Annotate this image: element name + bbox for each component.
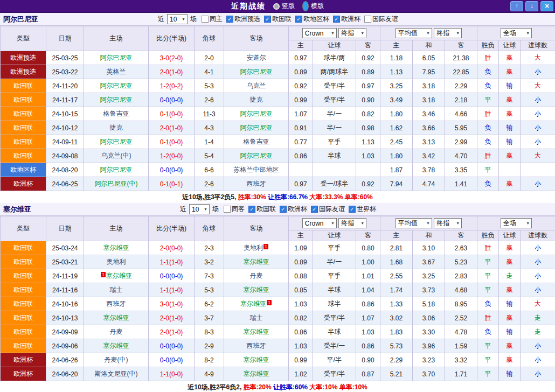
home-team-link[interactable]: 阿尔巴尼亚	[100, 82, 133, 89]
team-label: 丹麦(中)	[105, 356, 128, 363]
home-team-link[interactable]: 阿尔巴尼亚	[100, 54, 133, 61]
asian-stage-select[interactable]: 终指▼	[338, 218, 366, 228]
checked-checkbox-icon[interactable]: ✓	[311, 206, 318, 213]
home-team-link[interactable]: 塞尔维亚	[103, 314, 129, 321]
filter-option[interactable]: ✓欧国联	[264, 15, 292, 24]
team-label: 瑞士	[110, 286, 123, 293]
away-team-link[interactable]: 西班牙	[247, 342, 266, 349]
competition-type-badge: 欧国联	[1, 107, 46, 121]
close-button[interactable]: ×	[540, 1, 553, 11]
away-team-link[interactable]: 捷克	[250, 96, 263, 103]
checked-checkbox-icon[interactable]: ✓	[264, 16, 271, 23]
checked-checkbox-icon[interactable]: ✓	[226, 16, 233, 23]
checked-checkbox-icon[interactable]: ✓	[295, 16, 302, 23]
filter-option[interactable]: ✓欧地区杯	[295, 15, 329, 24]
away-team-link[interactable]: 塞尔维亚	[244, 370, 269, 377]
asian-stage-select[interactable]: 终指▼	[338, 28, 366, 38]
away-team-link[interactable]: 阿尔巴尼亚	[240, 68, 273, 75]
away-team-link[interactable]: 塞尔维亚	[244, 328, 269, 335]
home-team-link[interactable]: 丹麦	[110, 328, 123, 335]
away-team-link[interactable]: 乌克兰	[247, 82, 266, 89]
home-team-link[interactable]: 阿尔巴尼亚	[100, 96, 133, 103]
corner-score: 8-2	[195, 353, 224, 367]
home-team-link[interactable]: 丹麦(中)	[105, 356, 128, 363]
filter-option-label: 欧洲杯	[341, 15, 360, 24]
home-team-link[interactable]: 格鲁吉亚	[103, 110, 129, 117]
home-team-link[interactable]: 阿尔巴尼亚(中)	[95, 180, 138, 187]
home-team-link[interactable]: 塞尔维亚	[103, 244, 129, 251]
unchecked-checkbox-icon[interactable]	[364, 16, 371, 23]
away-team-link[interactable]: 塞尔维亚	[244, 356, 269, 363]
scroll-down-button[interactable]: ↓	[525, 1, 538, 11]
filter-option[interactable]: 同主	[202, 15, 223, 24]
home-team-link-cell: 阿尔巴尼亚	[84, 93, 149, 107]
euro-stage-select[interactable]: 终指▼	[434, 28, 462, 38]
filter-option[interactable]: 同客	[224, 205, 245, 214]
home-team-link[interactable]: 捷克	[110, 124, 123, 131]
checked-checkbox-icon[interactable]: ✓	[280, 206, 287, 213]
home-team-link[interactable]: 瑞士	[110, 286, 123, 293]
filter-option[interactable]: ✓世界杯	[349, 205, 376, 214]
home-team-link[interactable]: 西班牙	[107, 300, 126, 307]
away-team-link[interactable]: 丹麦	[250, 272, 263, 279]
layout-radio-horizontal[interactable]: 横版	[302, 1, 324, 11]
average-odds-select[interactable]: 平均值▼	[396, 28, 432, 38]
filter-option[interactable]: ✓国际友谊	[311, 205, 345, 214]
away-team-link[interactable]: 阿尔巴尼亚	[240, 110, 273, 117]
scope-select[interactable]: 全场▼	[501, 218, 532, 228]
away-team-link[interactable]: 阿尔巴尼亚	[240, 124, 273, 131]
home-team-link[interactable]: 阿尔巴尼亚	[100, 166, 133, 173]
home-team-link[interactable]: 乌克兰(中)	[101, 152, 131, 159]
euro-odds-value: 1.68	[380, 255, 413, 269]
euro-odds-value: 4.66	[445, 107, 477, 121]
asian-odds-group-header: Crown▼ 终指▼	[289, 26, 380, 40]
team-label: 塞尔维亚	[103, 314, 129, 321]
away-team-link[interactable]: 苏格兰中部地区	[234, 166, 279, 173]
result-flag: 负	[477, 297, 499, 311]
away-team-link[interactable]: 塞尔维亚1	[240, 300, 272, 307]
unchecked-checkbox-icon[interactable]	[202, 16, 209, 23]
layout-radio-vertical[interactable]: 竖版	[273, 2, 295, 11]
home-team-link[interactable]: 英格兰	[107, 68, 126, 75]
unchecked-checkbox-icon[interactable]	[224, 206, 231, 213]
team-label: 奥地利	[244, 244, 263, 251]
home-team-link[interactable]: 奥地利	[107, 258, 126, 265]
away-team-link[interactable]: 塞尔维亚	[244, 258, 269, 265]
away-team-link[interactable]: 阿尔巴尼亚	[240, 152, 273, 159]
match-count-select[interactable]: 10▼	[189, 204, 210, 214]
away-team-link[interactable]: 奥地利1	[244, 244, 269, 251]
corner-score: 4-1	[195, 65, 224, 79]
bookmaker-select[interactable]: Crown▼	[302, 218, 337, 228]
away-team-link[interactable]: 塞尔维亚	[244, 286, 269, 293]
match-date: 25-03-21	[46, 255, 84, 269]
home-team-link[interactable]: 阿尔巴尼亚	[100, 138, 133, 145]
home-team-link[interactable]: 塞尔维亚	[103, 342, 129, 349]
scroll-up-button[interactable]: ↑	[510, 1, 523, 11]
filter-option[interactable]: ✓欧洲杯	[280, 205, 307, 214]
away-team-link[interactable]: 瑞士	[250, 314, 263, 321]
away-team-link[interactable]: 西班牙	[247, 180, 266, 187]
checked-checkbox-icon[interactable]: ✓	[248, 206, 255, 213]
checked-checkbox-icon[interactable]: ✓	[333, 16, 340, 23]
euro-odds-value: 1.80	[380, 107, 413, 121]
average-odds-select[interactable]: 平均值▼	[396, 218, 432, 228]
bookmaker-select[interactable]: Crown▼	[302, 28, 337, 38]
euro-odds-value: 3.13	[413, 135, 445, 149]
scope-select[interactable]: 全场▼	[501, 28, 532, 38]
away-team-link[interactable]: 格鲁吉亚	[244, 138, 269, 145]
competition-type-badge: 欧洲预选	[1, 65, 46, 79]
filter-option[interactable]: ✓欧洲杯	[333, 15, 360, 24]
filter-option[interactable]: 国际友谊	[364, 15, 398, 24]
away-team-link[interactable]: 安道尔	[247, 54, 266, 61]
euro-stage-select[interactable]: 终指▼	[434, 218, 462, 228]
filter-option[interactable]: ✓欧洲预选	[226, 15, 260, 24]
match-row: 欧国联24-10-12捷克2-0(1-0)4-3阿尔巴尼亚0.91半/一0.98…	[1, 121, 555, 135]
match-score: 0-0(0-0)	[149, 269, 195, 283]
match-count-select[interactable]: 10▼	[167, 14, 188, 24]
euro-odds-value: 4.74	[413, 177, 445, 191]
home-team-link[interactable]: 1塞尔维亚	[100, 272, 132, 279]
home-team-link[interactable]: 斯洛文尼亚(中)	[95, 370, 138, 377]
euro-odds-value: 3.67	[413, 255, 445, 269]
filter-option[interactable]: ✓欧国联	[248, 205, 276, 214]
checked-checkbox-icon[interactable]: ✓	[349, 206, 356, 213]
